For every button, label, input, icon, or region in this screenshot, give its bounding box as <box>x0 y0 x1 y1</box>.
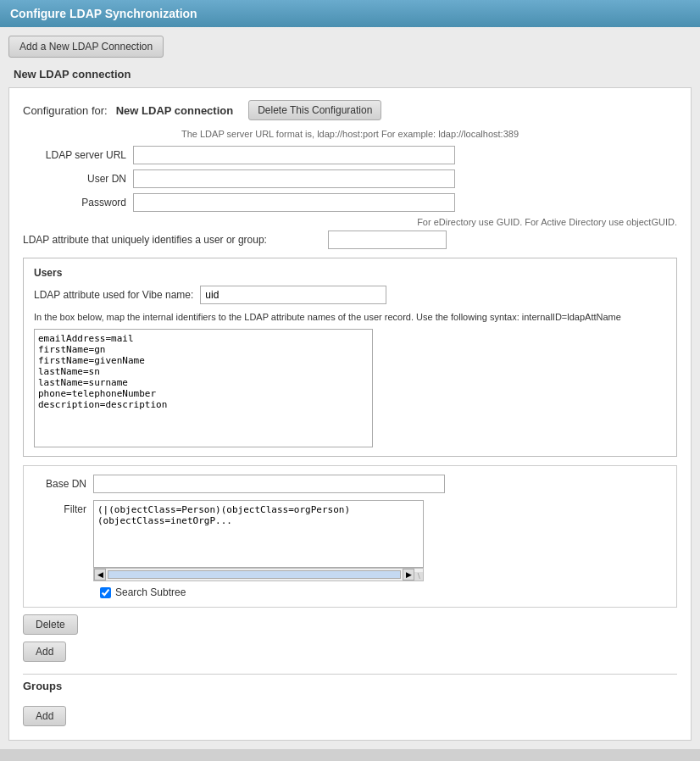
user-dn-row: User DN <box>23 169 677 188</box>
basedn-input[interactable] <box>93 475 445 493</box>
ldap-server-url-label: LDAP server URL <box>23 149 133 161</box>
basedn-row: Base DN <box>34 475 666 493</box>
filter-textarea[interactable] <box>93 500 424 568</box>
vibe-name-input[interactable] <box>200 286 386 304</box>
config-panel: Configuration for: New LDAP connection D… <box>8 87 692 741</box>
search-subtree-checkbox[interactable] <box>100 587 111 598</box>
map-hint: In the box below, map the internal ident… <box>34 311 666 324</box>
vibe-name-row: LDAP attribute used for Vibe name: <box>34 286 666 304</box>
ldap-unique-attr-row: LDAP attribute that uniquely identifies … <box>23 231 677 249</box>
connection-label: New LDAP connection <box>14 68 686 81</box>
map-textarea[interactable]: <span class="underlined-text">emailAddre… <box>34 329 373 447</box>
password-row: Password <box>23 193 677 212</box>
groups-add-button[interactable]: Add <box>23 706 66 726</box>
delete-config-button[interactable]: Delete This Configuration <box>248 100 381 120</box>
title-bar: Configure LDAP Synchronization <box>0 0 700 27</box>
user-dn-input[interactable] <box>133 169 455 188</box>
scroll-track[interactable] <box>108 570 401 579</box>
groups-title: Groups <box>23 680 677 692</box>
ldap-unique-attr-label: LDAP attribute that uniquely identifies … <box>23 234 328 246</box>
delete-button-row: Delete <box>23 608 677 635</box>
users-section-title: Users <box>34 267 666 279</box>
config-header: Configuration for: New LDAP connection D… <box>23 100 677 120</box>
filter-textarea-wrap: ◀ ▶ ∖ <box>93 500 424 581</box>
filter-row: Filter ◀ ▶ ∖ <box>34 500 666 581</box>
basedn-label: Base DN <box>34 478 93 490</box>
user-dn-label: User DN <box>23 173 133 185</box>
ldap-unique-attr-input[interactable] <box>328 231 447 249</box>
password-label: Password <box>23 197 133 208</box>
add-ldap-connection-button[interactable]: Add a New LDAP Connection <box>8 36 164 58</box>
guid-hint: For eDirectory use GUID. For Active Dire… <box>23 217 677 227</box>
search-subtree-row: Search Subtree <box>100 586 666 598</box>
groups-section: Groups Add <box>23 674 677 726</box>
config-for-name: New LDAP connection <box>116 104 233 117</box>
divider <box>23 674 677 675</box>
search-subtree-label[interactable]: Search Subtree <box>115 586 186 598</box>
ldap-server-url-row: LDAP server URL <box>23 146 677 164</box>
scroll-left-arrow[interactable]: ◀ <box>94 569 106 580</box>
resize-handle[interactable]: ∖ <box>414 572 423 580</box>
users-section: Users LDAP attribute used for Vibe name:… <box>23 258 677 457</box>
title-bar-label: Configure LDAP Synchronization <box>10 7 197 20</box>
ldap-server-url-input[interactable] <box>133 146 455 164</box>
add-button[interactable]: Add <box>23 642 66 662</box>
filter-label: Filter <box>34 500 93 515</box>
ldap-url-hint: The LDAP server URL format is, ldap://ho… <box>23 129 677 139</box>
main-content: Add a New LDAP Connection New LDAP conne… <box>0 27 700 749</box>
scroll-right-arrow[interactable]: ▶ <box>403 569 414 580</box>
config-for-label: Configuration for: <box>23 104 108 117</box>
delete-button[interactable]: Delete <box>23 614 78 635</box>
add-button-row: Add <box>23 635 677 662</box>
filter-scrollbar: ◀ ▶ ∖ <box>93 568 424 581</box>
vibe-name-label: LDAP attribute used for Vibe name: <box>34 289 200 301</box>
basedn-filter-section: Base DN Filter ◀ ▶ ∖ <box>23 465 677 608</box>
password-input[interactable] <box>133 193 455 212</box>
